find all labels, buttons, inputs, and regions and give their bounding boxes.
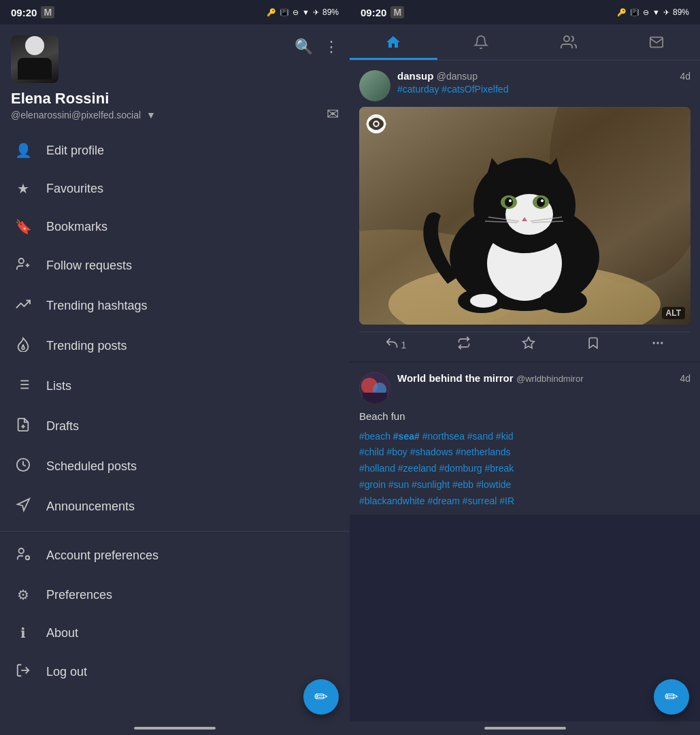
menu-item-edit-profile[interactable]: 👤 Edit profile: [0, 131, 350, 169]
time-display-left: 09:20: [11, 7, 37, 18]
svg-point-39: [470, 294, 497, 308]
profile-name: Elena Rossini: [11, 90, 339, 108]
post-image-1[interactable]: ALT: [359, 107, 690, 325]
avatar-img-2: [359, 372, 390, 404]
menu-item-drafts[interactable]: Drafts: [0, 406, 350, 446]
svg-point-32: [541, 199, 544, 202]
menu-item-preferences[interactable]: ⚙ Preferences: [0, 576, 350, 614]
hashtag-line3: #holland #zeeland #domburg #break: [359, 463, 514, 474]
avatar[interactable]: [11, 35, 59, 83]
post-card-1: dansup @dansup 4d #caturday #catsOfPixel…: [350, 61, 700, 361]
menu-label-about: About: [46, 626, 78, 640]
mastodon-badge-right: M: [390, 6, 404, 18]
menu-label-announcements: Announcements: [46, 500, 135, 514]
menu-item-follow-requests[interactable]: Follow requests: [0, 246, 350, 286]
hashtag-text: #beach: [359, 431, 393, 442]
account-pref-icon: [14, 546, 33, 565]
bell-icon: [473, 35, 488, 50]
menu-list: 👤 Edit profile ★ Favourites 🔖 Bookmarks …: [0, 129, 350, 721]
menu-item-lists[interactable]: Lists: [0, 366, 350, 406]
post-actions-1: 1: [359, 331, 690, 356]
status-bar-right: 09:20 M 🔑 📳 ⊖ ▼ ✈ 89%: [350, 0, 700, 24]
svg-point-30: [537, 197, 545, 207]
post-author-row-1: dansup @dansup 4d: [397, 70, 690, 82]
post-content-2: Beach fun: [359, 409, 690, 425]
reply-action-1[interactable]: 1: [385, 336, 407, 353]
svg-point-29: [505, 197, 513, 207]
home-icon: [385, 34, 401, 50]
profile-handle: @elenarossini@pixelfed.social: [11, 110, 141, 120]
time-left: 09:20 M: [11, 6, 54, 18]
menu-item-favourites[interactable]: ★ Favourites: [0, 169, 350, 208]
hashtag-sea: #sea#: [393, 431, 420, 442]
post-time-1: 4d: [680, 71, 690, 82]
flame-icon: [14, 337, 33, 355]
search-icon[interactable]: 🔍: [295, 38, 313, 56]
bookmark-action-1[interactable]: [586, 336, 600, 353]
mail-icon-left[interactable]: ✉: [327, 105, 339, 123]
more-options-icon[interactable]: ⋮: [324, 38, 339, 56]
menu-item-scheduled-posts[interactable]: Scheduled posts: [0, 446, 350, 487]
menu-item-bookmarks[interactable]: 🔖 Bookmarks: [0, 208, 350, 246]
bottom-indicator-right: [484, 727, 566, 730]
menu-item-trending-posts[interactable]: Trending posts: [0, 326, 350, 366]
post-author-1: dansup @dansup: [397, 70, 478, 82]
compose-fab-right[interactable]: ✏: [654, 679, 689, 715]
tab-messages[interactable]: [612, 24, 700, 60]
right-panel-inner: dansup @dansup 4d #caturday #catsOfPixel…: [350, 61, 700, 735]
battery-right: 89%: [673, 7, 689, 17]
menu-spacer: [0, 692, 350, 721]
dropdown-arrow-icon[interactable]: ▼: [146, 110, 156, 120]
gear-icon: ⚙: [14, 587, 33, 603]
draft-icon: [14, 417, 33, 436]
menu-label-trending-posts: Trending posts: [46, 339, 127, 353]
menu-label-scheduled-posts: Scheduled posts: [46, 459, 137, 474]
post-hashtags-2: #beach #sea# #northsea #sand #kid #child…: [359, 429, 690, 510]
alt-badge-1[interactable]: ALT: [662, 307, 685, 319]
profile-header: 🔍 ⋮ ✉ Elena Rossini @elenarossini@pixelf…: [0, 24, 350, 129]
status-icons-left: 🔑 📳 ⊖ ▼ ✈ 89%: [267, 7, 339, 17]
svg-line-14: [28, 559, 29, 560]
header-actions: 🔍 ⋮: [295, 35, 339, 56]
key-icon: 🔑: [267, 8, 276, 17]
airplane-icon: ✈: [313, 8, 319, 17]
compose-icon-right: ✏: [665, 687, 678, 706]
tab-home[interactable]: [350, 24, 437, 60]
compose-fab-left[interactable]: ✏: [303, 679, 339, 715]
menu-label-follow-requests: Follow requests: [46, 259, 132, 273]
menu-item-trending-hashtags[interactable]: Trending hashtags: [0, 286, 350, 326]
svg-point-42: [658, 342, 659, 344]
info-icon: ℹ: [14, 625, 33, 641]
menu-item-log-out[interactable]: Log out: [0, 652, 350, 692]
menu-label-edit-profile: Edit profile: [46, 144, 104, 158]
cat-photo-svg: [359, 107, 690, 325]
boost-action-1[interactable]: [457, 336, 471, 353]
favourite-action-1[interactable]: [522, 336, 535, 353]
star-icon: ★: [14, 180, 33, 197]
post-avatar-1[interactable]: [359, 70, 390, 101]
avatar-img-1: [359, 70, 390, 101]
nav-tabs: [350, 24, 700, 61]
compose-icon: ✏: [314, 687, 328, 706]
left-drawer: 09:20 M 🔑 📳 ⊖ ▼ ✈ 89% 🔍 ⋮: [0, 0, 350, 735]
more-action-1[interactable]: [651, 336, 665, 353]
post-header-2: World behind the mirror @wrldbhindmiror …: [359, 372, 690, 404]
tab-notifications[interactable]: [437, 24, 525, 60]
menu-item-account-preferences[interactable]: Account preferences: [0, 536, 350, 576]
bookmark-action-icon: [586, 336, 600, 353]
status-bar-left: 09:20 M 🔑 📳 ⊖ ▼ ✈ 89%: [0, 0, 350, 24]
bookmark-icon: 🔖: [14, 218, 33, 235]
reply-count-1: 1: [401, 340, 407, 350]
menu-label-bookmarks: Bookmarks: [46, 220, 107, 234]
status-icons-right: 🔑 📳 ⊖ ▼ ✈ 89%: [617, 7, 689, 17]
menu-item-about[interactable]: ℹ About: [0, 614, 350, 652]
signal-icon: ▼: [302, 8, 310, 16]
logout-icon: [14, 663, 33, 681]
menu-item-announcements[interactable]: Announcements: [0, 487, 350, 527]
list-icon: [14, 377, 33, 395]
vibrate-icon-right: 📳: [630, 8, 639, 17]
visibility-icon[interactable]: [366, 114, 386, 137]
tab-people[interactable]: [525, 24, 613, 60]
avatar-body: [18, 58, 52, 80]
post-avatar-2[interactable]: [359, 372, 390, 404]
